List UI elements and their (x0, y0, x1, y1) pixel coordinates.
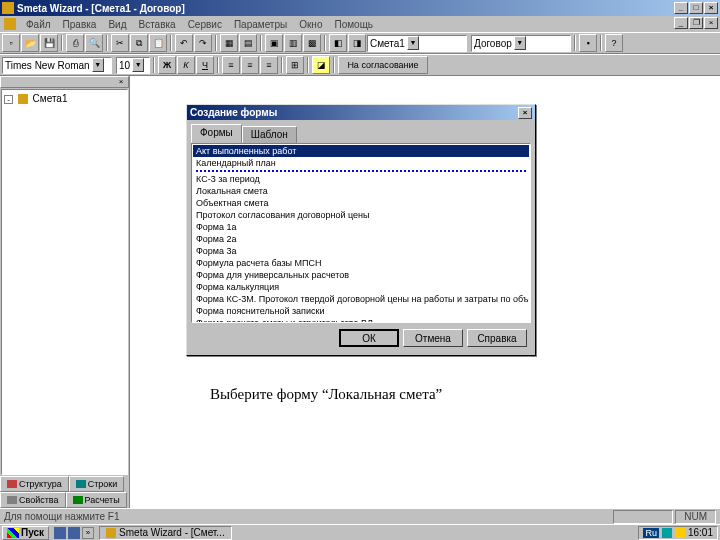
instruction-text: Выберите форму “Локальная смета” (210, 386, 442, 403)
italic-button[interactable]: К (177, 56, 195, 74)
tab-calc[interactable]: Расчеты (66, 492, 127, 508)
menu-insert[interactable]: Вставка (132, 19, 181, 30)
underline-button[interactable]: Ч (196, 56, 214, 74)
tray-icon[interactable] (675, 528, 685, 538)
save-button[interactable]: 💾 (40, 34, 58, 52)
start-button[interactable]: Пуск (2, 526, 49, 540)
project-tree[interactable]: - Смета1 (1, 89, 128, 475)
task-label: Smeta Wizard - [Смет... (119, 527, 225, 538)
tab-template[interactable]: Шаблон (242, 126, 297, 143)
size-combo[interactable]: 10 ▼ (116, 57, 150, 74)
help-button[interactable]: ? (605, 34, 623, 52)
tool-e-button[interactable]: ▩ (303, 34, 321, 52)
tray-icon[interactable] (662, 528, 672, 538)
mdi-minimize-button[interactable]: _ (674, 17, 688, 29)
print-button[interactable]: ⎙ (66, 34, 84, 52)
list-item[interactable]: Локальная смета (193, 185, 529, 197)
help-button[interactable]: Справка (467, 329, 527, 347)
close-button[interactable]: × (704, 2, 718, 14)
cancel-button[interactable]: Отмена (403, 329, 463, 347)
color-button[interactable]: ◪ (312, 56, 330, 74)
tree-item[interactable]: - Смета1 (4, 92, 125, 105)
size-value: 10 (119, 60, 130, 71)
bold-button[interactable]: Ж (158, 56, 176, 74)
font-combo[interactable]: Times New Roman ▼ (2, 57, 112, 74)
list-item[interactable]: Формула расчета базы МПСН (193, 257, 529, 269)
combo-smeta[interactable]: Смета1 ▼ (367, 35, 467, 52)
merge-button[interactable]: ⊞ (286, 56, 304, 74)
tool-a-button[interactable]: ▦ (220, 34, 238, 52)
ql-icon[interactable] (68, 527, 80, 539)
list-item[interactable]: Календарный план (193, 157, 529, 169)
status-num: NUM (675, 510, 716, 524)
undo-button[interactable]: ↶ (175, 34, 193, 52)
redo-button[interactable]: ↷ (194, 34, 212, 52)
tab-structure[interactable]: Структура (0, 476, 69, 492)
list-item[interactable]: Форма 1а (193, 221, 529, 233)
chevron-down-icon[interactable]: ▼ (407, 36, 419, 50)
list-item[interactable]: Протокол согласования договорной цены (193, 209, 529, 221)
taskbar-app[interactable]: Smeta Wizard - [Смет... (99, 526, 232, 540)
mdi-restore-button[interactable]: ❐ (689, 17, 703, 29)
mdi-close-button[interactable]: × (704, 17, 718, 29)
menu-file[interactable]: Файл (20, 19, 57, 30)
list-item[interactable]: Форма КС-3М. Протокол твердой договорной… (193, 293, 529, 305)
tab-forms[interactable]: Формы (191, 124, 242, 143)
paste-button[interactable]: 📋 (149, 34, 167, 52)
panel-close-button[interactable]: × (116, 77, 126, 87)
dialog-tabs: Формы Шаблон (191, 124, 531, 143)
tab-props[interactable]: Свойства (0, 492, 66, 508)
ql-icon[interactable] (54, 527, 66, 539)
new-button[interactable]: ▫ (2, 34, 20, 52)
list-item[interactable]: Форма для универсальных расчетов (193, 269, 529, 281)
list-item[interactable]: КС-3 за период (193, 173, 529, 185)
tree-item-label: Смета1 (33, 93, 68, 104)
tool-c-button[interactable]: ▣ (265, 34, 283, 52)
tool-f-button[interactable]: ◧ (329, 34, 347, 52)
chevron-down-icon[interactable]: ▼ (132, 58, 144, 72)
ok-button[interactable]: ОК (339, 329, 399, 347)
cut-button[interactable]: ✂ (111, 34, 129, 52)
open-button[interactable]: 📂 (21, 34, 39, 52)
copy-button[interactable]: ⧉ (130, 34, 148, 52)
align-right-button[interactable]: ≡ (260, 56, 278, 74)
align-center-button[interactable]: ≡ (241, 56, 259, 74)
menu-help[interactable]: Помощь (328, 19, 379, 30)
task-icon (106, 528, 116, 538)
chevron-down-icon[interactable]: ▼ (92, 58, 104, 72)
tool-d-button[interactable]: ▥ (284, 34, 302, 52)
ql-expand[interactable]: » (82, 527, 94, 539)
tool-g-button[interactable]: ◨ (348, 34, 366, 52)
forms-listbox[interactable]: Акт выполненных работ Календарный план К… (191, 143, 531, 323)
list-item[interactable]: Форма 2а (193, 233, 529, 245)
extra1-button[interactable]: ▪ (579, 34, 597, 52)
expand-icon[interactable]: - (4, 95, 13, 104)
menu-window[interactable]: Окно (293, 19, 328, 30)
combo-dogovor[interactable]: Договор ▼ (471, 35, 571, 52)
tab-icon (76, 480, 86, 488)
combo-smeta-value: Смета1 (370, 38, 405, 49)
list-item[interactable]: Объектная смета (193, 197, 529, 209)
menu-service[interactable]: Сервис (182, 19, 228, 30)
list-item[interactable]: Акт выполненных работ (193, 145, 529, 157)
dialog-close-button[interactable]: × (518, 107, 532, 119)
list-item[interactable]: Форма пояснительной записки (193, 305, 529, 317)
status-button[interactable]: На согласование (338, 56, 428, 74)
lang-indicator[interactable]: Ru (643, 528, 659, 538)
tab-icon (7, 480, 17, 488)
menu-view[interactable]: Вид (102, 19, 132, 30)
minimize-button[interactable]: _ (674, 2, 688, 14)
chevron-down-icon[interactable]: ▼ (514, 36, 526, 50)
preview-button[interactable]: 🔍 (85, 34, 103, 52)
align-left-button[interactable]: ≡ (222, 56, 240, 74)
list-item[interactable]: Форма калькуляция (193, 281, 529, 293)
tab-rows[interactable]: Строки (69, 476, 125, 492)
left-panel: × - Смета1 Структура Строки Свойства Рас… (0, 76, 130, 508)
tool-b-button[interactable]: ▤ (239, 34, 257, 52)
list-item[interactable]: Форма 3а (193, 245, 529, 257)
dialog-title: Создание формы (190, 107, 518, 118)
maximize-button[interactable]: □ (689, 2, 703, 14)
app-titlebar: Smeta Wizard - [Смета1 - Договор] _ □ × (0, 0, 720, 16)
menu-edit[interactable]: Правка (57, 19, 103, 30)
menu-params[interactable]: Параметры (228, 19, 293, 30)
